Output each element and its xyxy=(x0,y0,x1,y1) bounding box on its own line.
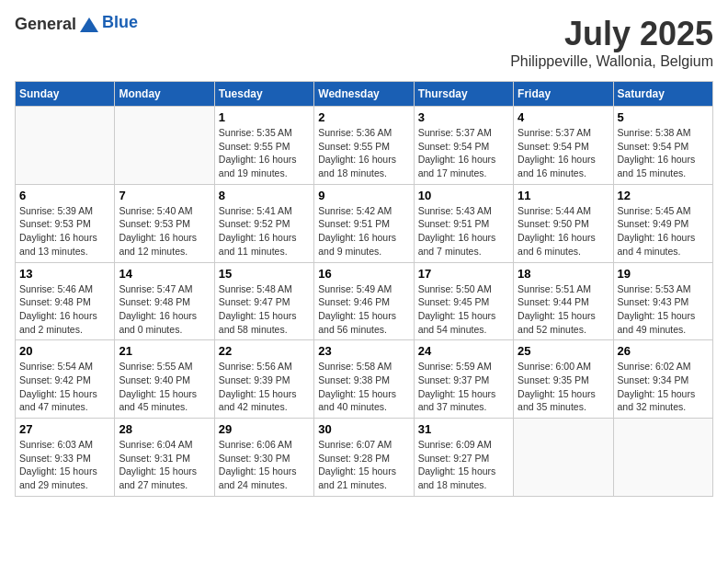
day-number: 17 xyxy=(418,267,509,281)
day-info: Sunrise: 5:38 AMSunset: 9:54 PMDaylight:… xyxy=(618,127,696,178)
month-title: July 2025 xyxy=(510,15,713,53)
day-info: Sunrise: 5:48 AMSunset: 9:47 PMDaylight:… xyxy=(219,283,297,335)
calendar-cell: 6 Sunrise: 5:39 AMSunset: 9:53 PMDayligh… xyxy=(16,184,115,262)
calendar-cell: 19 Sunrise: 5:53 AMSunset: 9:43 PMDaylig… xyxy=(613,262,712,340)
weekday-header-monday: Monday xyxy=(115,82,214,107)
calendar-cell: 3 Sunrise: 5:37 AMSunset: 9:54 PMDayligh… xyxy=(414,107,513,185)
calendar-cell: 27 Sunrise: 6:03 AMSunset: 9:33 PMDaylig… xyxy=(16,419,115,497)
day-info: Sunrise: 5:39 AMSunset: 9:53 PMDaylight:… xyxy=(19,205,97,257)
day-info: Sunrise: 5:45 AMSunset: 9:49 PMDaylight:… xyxy=(618,205,696,257)
day-number: 24 xyxy=(418,344,509,358)
calendar-cell: 11 Sunrise: 5:44 AMSunset: 9:50 PMDaylig… xyxy=(514,184,613,262)
day-number: 30 xyxy=(318,422,409,436)
day-number: 22 xyxy=(219,344,310,358)
day-info: Sunrise: 5:37 AMSunset: 9:54 PMDaylight:… xyxy=(418,127,496,178)
day-number: 6 xyxy=(19,189,110,202)
day-info: Sunrise: 5:36 AMSunset: 9:55 PMDaylight:… xyxy=(318,127,396,178)
calendar-cell: 13 Sunrise: 5:46 AMSunset: 9:48 PMDaylig… xyxy=(16,262,115,340)
weekday-header-friday: Friday xyxy=(514,82,613,107)
day-number: 12 xyxy=(618,189,709,202)
calendar-cell: 10 Sunrise: 5:43 AMSunset: 9:51 PMDaylig… xyxy=(414,184,513,262)
day-info: Sunrise: 5:49 AMSunset: 9:46 PMDaylight:… xyxy=(318,283,396,335)
day-info: Sunrise: 5:50 AMSunset: 9:45 PMDaylight:… xyxy=(418,283,496,335)
calendar-cell: 2 Sunrise: 5:36 AMSunset: 9:55 PMDayligh… xyxy=(314,107,414,185)
calendar-cell: 5 Sunrise: 5:38 AMSunset: 9:54 PMDayligh… xyxy=(613,107,712,185)
day-number: 25 xyxy=(518,344,609,358)
calendar-cell: 12 Sunrise: 5:45 AMSunset: 9:49 PMDaylig… xyxy=(613,184,712,262)
day-number: 11 xyxy=(518,189,609,202)
day-info: Sunrise: 6:04 AMSunset: 9:31 PMDaylight:… xyxy=(119,439,197,490)
weekday-header-tuesday: Tuesday xyxy=(214,82,313,107)
day-info: Sunrise: 5:40 AMSunset: 9:53 PMDaylight:… xyxy=(119,205,197,257)
day-info: Sunrise: 5:46 AMSunset: 9:48 PMDaylight:… xyxy=(19,283,97,335)
day-number: 4 xyxy=(518,110,609,124)
day-info: Sunrise: 5:56 AMSunset: 9:39 PMDaylight:… xyxy=(219,361,297,412)
day-number: 13 xyxy=(19,267,110,281)
day-number: 31 xyxy=(418,422,509,436)
day-number: 8 xyxy=(219,189,310,202)
calendar-cell: 24 Sunrise: 5:59 AMSunset: 9:37 PMDaylig… xyxy=(414,340,513,419)
calendar-week-row: 27 Sunrise: 6:03 AMSunset: 9:33 PMDaylig… xyxy=(16,419,713,497)
day-info: Sunrise: 6:00 AMSunset: 9:35 PMDaylight:… xyxy=(518,361,596,412)
day-info: Sunrise: 6:02 AMSunset: 9:34 PMDaylight:… xyxy=(618,361,696,412)
day-number: 9 xyxy=(318,189,409,202)
calendar-cell xyxy=(613,419,712,497)
calendar-cell: 30 Sunrise: 6:07 AMSunset: 9:28 PMDaylig… xyxy=(314,419,414,497)
day-info: Sunrise: 5:43 AMSunset: 9:51 PMDaylight:… xyxy=(418,205,496,257)
day-number: 2 xyxy=(318,110,409,124)
calendar-cell: 31 Sunrise: 6:09 AMSunset: 9:27 PMDaylig… xyxy=(414,419,513,497)
day-number: 28 xyxy=(119,422,210,436)
day-number: 23 xyxy=(318,344,409,358)
day-info: Sunrise: 6:09 AMSunset: 9:27 PMDaylight:… xyxy=(418,439,496,490)
day-info: Sunrise: 5:35 AMSunset: 9:55 PMDaylight:… xyxy=(219,127,297,178)
calendar-week-row: 1 Sunrise: 5:35 AMSunset: 9:55 PMDayligh… xyxy=(16,107,713,185)
location-title: Philippeville, Wallonia, Belgium xyxy=(510,53,713,70)
day-number: 15 xyxy=(219,267,310,281)
day-info: Sunrise: 5:58 AMSunset: 9:38 PMDaylight:… xyxy=(318,361,396,412)
day-number: 18 xyxy=(518,267,609,281)
calendar-cell: 26 Sunrise: 6:02 AMSunset: 9:34 PMDaylig… xyxy=(613,340,712,419)
day-number: 29 xyxy=(219,422,310,436)
calendar-cell: 14 Sunrise: 5:47 AMSunset: 9:48 PMDaylig… xyxy=(115,262,214,340)
logo: General Blue xyxy=(15,15,138,34)
day-info: Sunrise: 5:55 AMSunset: 9:40 PMDaylight:… xyxy=(119,361,197,412)
day-info: Sunrise: 6:06 AMSunset: 9:30 PMDaylight:… xyxy=(219,439,297,490)
day-number: 7 xyxy=(119,189,210,202)
day-info: Sunrise: 5:59 AMSunset: 9:37 PMDaylight:… xyxy=(418,361,496,412)
day-number: 5 xyxy=(618,110,709,124)
calendar-cell: 21 Sunrise: 5:55 AMSunset: 9:40 PMDaylig… xyxy=(115,340,214,419)
day-number: 16 xyxy=(318,267,409,281)
logo-general-text: General xyxy=(15,15,76,34)
calendar-cell: 7 Sunrise: 5:40 AMSunset: 9:53 PMDayligh… xyxy=(115,184,214,262)
calendar-cell: 25 Sunrise: 6:00 AMSunset: 9:35 PMDaylig… xyxy=(514,340,613,419)
weekday-header-wednesday: Wednesday xyxy=(314,82,414,107)
day-info: Sunrise: 5:54 AMSunset: 9:42 PMDaylight:… xyxy=(19,361,97,412)
calendar-cell: 1 Sunrise: 5:35 AMSunset: 9:55 PMDayligh… xyxy=(214,107,313,185)
day-number: 21 xyxy=(119,344,210,358)
day-number: 26 xyxy=(618,344,709,358)
calendar-week-row: 6 Sunrise: 5:39 AMSunset: 9:53 PMDayligh… xyxy=(16,184,713,262)
calendar-cell: 16 Sunrise: 5:49 AMSunset: 9:46 PMDaylig… xyxy=(314,262,414,340)
calendar-cell: 4 Sunrise: 5:37 AMSunset: 9:54 PMDayligh… xyxy=(514,107,613,185)
logo-icon xyxy=(78,16,100,34)
day-info: Sunrise: 5:41 AMSunset: 9:52 PMDaylight:… xyxy=(219,205,297,257)
calendar-cell: 17 Sunrise: 5:50 AMSunset: 9:45 PMDaylig… xyxy=(414,262,513,340)
weekday-header-thursday: Thursday xyxy=(414,82,513,107)
day-info: Sunrise: 6:07 AMSunset: 9:28 PMDaylight:… xyxy=(318,439,396,490)
day-number: 1 xyxy=(219,110,310,124)
calendar-cell: 9 Sunrise: 5:42 AMSunset: 9:51 PMDayligh… xyxy=(314,184,414,262)
calendar-cell xyxy=(16,107,115,185)
page-header: General Blue July 2025 Philippeville, Wa… xyxy=(15,15,713,70)
day-info: Sunrise: 5:53 AMSunset: 9:43 PMDaylight:… xyxy=(618,283,696,335)
day-info: Sunrise: 5:37 AMSunset: 9:54 PMDaylight:… xyxy=(518,127,596,178)
day-info: Sunrise: 5:42 AMSunset: 9:51 PMDaylight:… xyxy=(318,205,396,257)
day-info: Sunrise: 5:47 AMSunset: 9:48 PMDaylight:… xyxy=(119,283,197,335)
svg-marker-0 xyxy=(80,17,98,32)
calendar-cell: 18 Sunrise: 5:51 AMSunset: 9:44 PMDaylig… xyxy=(514,262,613,340)
calendar-cell: 15 Sunrise: 5:48 AMSunset: 9:47 PMDaylig… xyxy=(214,262,313,340)
weekday-header-sunday: Sunday xyxy=(16,82,115,107)
weekday-header-saturday: Saturday xyxy=(613,82,712,107)
calendar-cell xyxy=(514,419,613,497)
calendar-week-row: 13 Sunrise: 5:46 AMSunset: 9:48 PMDaylig… xyxy=(16,262,713,340)
calendar-cell: 23 Sunrise: 5:58 AMSunset: 9:38 PMDaylig… xyxy=(314,340,414,419)
